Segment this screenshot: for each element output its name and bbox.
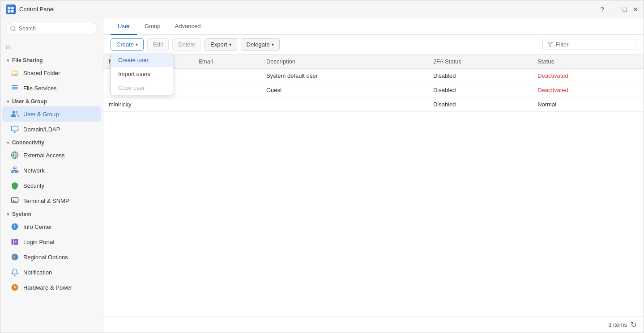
- sidebar-item-network[interactable]: Network: [2, 163, 101, 178]
- chevron-icon: ▼: [6, 58, 10, 63]
- svg-rect-15: [12, 239, 18, 245]
- export-label: Export: [210, 41, 227, 48]
- close-button[interactable]: ✕: [633, 6, 638, 13]
- col-email: Email: [193, 55, 261, 69]
- delete-label: Delete: [178, 41, 195, 48]
- svg-rect-10: [13, 167, 16, 169]
- help-button[interactable]: ?: [601, 6, 604, 13]
- table-footer: 3 items ↻: [103, 316, 644, 333]
- cell-2fa: Disabled: [428, 83, 532, 97]
- cell-2fa: Disabled: [428, 97, 532, 112]
- filter-input[interactable]: [556, 41, 631, 48]
- chevron-icon-3: ▼: [6, 140, 10, 145]
- sidebar: ⌂ ▼ File Sharing 🗂 Shared Folder: [0, 18, 103, 333]
- items-count: 3 items: [608, 321, 627, 328]
- cell-status: Deactivated: [532, 83, 644, 97]
- security-label: Security: [23, 182, 44, 189]
- create-dropdown-menu: Create user Import users Copy user: [111, 53, 173, 95]
- dropdown-item-import-users[interactable]: Import users: [111, 67, 173, 81]
- terminal-icon: [10, 196, 19, 205]
- export-button[interactable]: Export ▾: [205, 38, 237, 51]
- col-description: Description: [261, 55, 428, 69]
- sidebar-item-login-portal[interactable]: Login Portal: [2, 234, 101, 249]
- tab-group[interactable]: Group: [137, 18, 167, 35]
- window-controls: ? — □ ✕: [601, 6, 638, 13]
- notification-icon: [10, 268, 19, 277]
- user-group-label: User & Group: [23, 111, 59, 118]
- main-window: Control Panel ? — □ ✕ ⌂ ▼ File Sharing: [0, 0, 644, 333]
- sidebar-search-area: [0, 18, 103, 39]
- search-input[interactable]: [6, 23, 98, 34]
- table-row[interactable]: System default user Disabled Deactivated: [103, 69, 644, 83]
- svg-point-7: [13, 111, 15, 114]
- titlebar: Control Panel ? — □ ✕: [0, 0, 644, 18]
- sidebar-item-security[interactable]: Security: [2, 178, 101, 193]
- chevron-icon-4: ▼: [6, 212, 10, 217]
- section-user-group[interactable]: ▼ User & Group: [0, 96, 103, 106]
- sidebar-item-terminal-snmp[interactable]: Terminal & SNMP: [2, 193, 101, 208]
- security-icon: [10, 181, 19, 190]
- home-button[interactable]: ⌂: [0, 39, 103, 55]
- table-row[interactable]: miniricky Disabled Normal: [103, 97, 644, 112]
- file-services-label: File Services: [23, 85, 56, 92]
- maximize-button[interactable]: □: [623, 6, 627, 13]
- hardware-power-label: Hardware & Power: [23, 284, 72, 291]
- export-dropdown-arrow: ▾: [229, 42, 231, 47]
- section-system[interactable]: ▼ System: [0, 208, 103, 219]
- section-connectivity[interactable]: ▼ Connectivity: [0, 137, 103, 148]
- table-row[interactable]: Guest Disabled Deactivated: [103, 83, 644, 97]
- chevron-icon-2: ▼: [6, 99, 10, 104]
- delete-button[interactable]: Delete: [172, 38, 201, 51]
- regional-options-label: Regional Options: [23, 254, 68, 261]
- cell-description: Guest: [261, 83, 428, 97]
- edit-button[interactable]: Edit: [147, 38, 169, 51]
- sidebar-item-external-access[interactable]: External Access: [2, 148, 101, 163]
- sidebar-item-file-services[interactable]: File Services: [2, 80, 101, 96]
- users-table: Name Email Description 2FA Status Status…: [103, 55, 644, 112]
- window-title: Control Panel: [19, 6, 601, 13]
- tab-user[interactable]: User: [111, 18, 137, 35]
- cell-email: [193, 69, 261, 83]
- svg-rect-5: [12, 87, 18, 88]
- create-button[interactable]: Create ▾: [111, 38, 144, 51]
- home-icon: ⌂: [6, 43, 10, 51]
- tabs-bar: User Group Advanced: [103, 18, 644, 35]
- terminal-snmp-label: Terminal & SNMP: [23, 198, 69, 204]
- sidebar-item-user-group[interactable]: User & Group: [2, 106, 101, 122]
- cell-2fa: Disabled: [428, 69, 532, 83]
- section-system-label: System: [12, 211, 31, 217]
- hardware-power-icon: [10, 283, 19, 292]
- section-file-sharing[interactable]: ▼ File Sharing: [0, 55, 103, 65]
- svg-rect-3: [11, 10, 14, 13]
- cell-description: System default user: [261, 69, 428, 83]
- sidebar-item-regional-options[interactable]: Regional Options: [2, 249, 101, 265]
- user-group-icon: [10, 110, 19, 118]
- sidebar-item-notification[interactable]: Notification: [2, 265, 101, 280]
- dropdown-item-create-user[interactable]: Create user: [111, 53, 173, 67]
- table-area: Name Email Description 2FA Status Status…: [103, 55, 644, 316]
- refresh-button[interactable]: ↻: [631, 320, 636, 329]
- network-icon: [10, 166, 19, 175]
- cell-name: miniricky: [103, 97, 193, 112]
- tab-advanced[interactable]: Advanced: [168, 18, 208, 35]
- sidebar-item-shared-folder[interactable]: 🗂 Shared Folder: [2, 65, 101, 80]
- section-user-group-label: User & Group: [12, 98, 47, 105]
- delegate-button[interactable]: Delegate ▾: [241, 38, 280, 51]
- filter-box: [542, 39, 636, 50]
- sidebar-item-hardware-power[interactable]: Hardware & Power: [2, 280, 101, 295]
- create-label: Create: [116, 41, 134, 48]
- info-center-label: Info Center: [23, 223, 52, 230]
- svg-marker-19: [548, 42, 553, 46]
- external-access-icon: [10, 151, 19, 160]
- regional-options-icon: [10, 253, 19, 261]
- sidebar-item-info-center[interactable]: Info Center: [2, 219, 101, 234]
- sidebar-item-domain-ldap[interactable]: Domain/LDAP: [2, 122, 101, 137]
- minimize-button[interactable]: —: [610, 6, 617, 13]
- col-status: Status: [532, 55, 644, 69]
- external-access-label: External Access: [23, 152, 65, 159]
- cell-status: Deactivated: [532, 69, 644, 83]
- login-portal-label: Login Portal: [23, 239, 54, 245]
- svg-rect-6: [12, 89, 18, 89]
- shared-folder-label: Shared Folder: [23, 70, 60, 76]
- app-body: ⌂ ▼ File Sharing 🗂 Shared Folder: [0, 18, 644, 333]
